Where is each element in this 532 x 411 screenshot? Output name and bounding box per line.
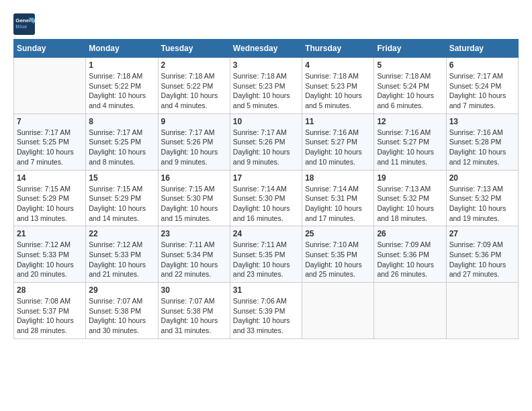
calendar-cell: 3Sunrise: 7:18 AM Sunset: 5:23 PM Daylig… bbox=[230, 58, 302, 114]
calendar-cell: 4Sunrise: 7:18 AM Sunset: 5:23 PM Daylig… bbox=[302, 58, 374, 114]
calendar-cell bbox=[446, 283, 518, 339]
day-info: Sunrise: 7:18 AM Sunset: 5:24 PM Dayligh… bbox=[377, 71, 443, 111]
calendar-cell: 16Sunrise: 7:15 AM Sunset: 5:30 PM Dayli… bbox=[158, 170, 230, 226]
day-number: 30 bbox=[161, 285, 227, 295]
calendar-cell: 13Sunrise: 7:16 AM Sunset: 5:28 PM Dayli… bbox=[446, 113, 518, 170]
calendar-cell: 20Sunrise: 7:13 AM Sunset: 5:32 PM Dayli… bbox=[446, 170, 518, 226]
logo-icon: General Blue bbox=[13, 13, 35, 35]
day-number: 10 bbox=[233, 117, 299, 126]
calendar-cell: 30Sunrise: 7:07 AM Sunset: 5:38 PM Dayli… bbox=[158, 283, 230, 339]
day-info: Sunrise: 7:10 AM Sunset: 5:35 PM Dayligh… bbox=[305, 240, 371, 279]
calendar-week-row: 7Sunrise: 7:17 AM Sunset: 5:25 PM Daylig… bbox=[14, 113, 519, 170]
day-number: 23 bbox=[161, 229, 227, 238]
day-number: 27 bbox=[449, 229, 515, 238]
day-number: 3 bbox=[233, 60, 299, 70]
day-info: Sunrise: 7:09 AM Sunset: 5:36 PM Dayligh… bbox=[449, 240, 515, 279]
day-info: Sunrise: 7:17 AM Sunset: 5:26 PM Dayligh… bbox=[233, 128, 299, 167]
day-info: Sunrise: 7:12 AM Sunset: 5:33 PM Dayligh… bbox=[17, 240, 83, 279]
svg-text:Blue: Blue bbox=[15, 24, 28, 30]
day-number: 20 bbox=[449, 173, 515, 183]
day-number: 1 bbox=[89, 60, 154, 70]
calendar-cell: 11Sunrise: 7:16 AM Sunset: 5:27 PM Dayli… bbox=[302, 113, 374, 170]
column-header-sunday: Sunday bbox=[14, 40, 86, 58]
calendar-cell: 27Sunrise: 7:09 AM Sunset: 5:36 PM Dayli… bbox=[446, 226, 518, 283]
calendar-week-row: 1Sunrise: 7:18 AM Sunset: 5:22 PM Daylig… bbox=[14, 58, 519, 114]
day-info: Sunrise: 7:06 AM Sunset: 5:39 PM Dayligh… bbox=[233, 296, 299, 336]
day-info: Sunrise: 7:08 AM Sunset: 5:37 PM Dayligh… bbox=[17, 296, 83, 336]
calendar-cell: 9Sunrise: 7:17 AM Sunset: 5:26 PM Daylig… bbox=[158, 113, 230, 170]
column-header-saturday: Saturday bbox=[446, 40, 518, 58]
calendar-cell: 23Sunrise: 7:11 AM Sunset: 5:34 PM Dayli… bbox=[158, 226, 230, 283]
column-header-friday: Friday bbox=[374, 40, 446, 58]
calendar-cell: 28Sunrise: 7:08 AM Sunset: 5:37 PM Dayli… bbox=[14, 283, 86, 339]
day-number: 13 bbox=[449, 117, 515, 126]
day-info: Sunrise: 7:16 AM Sunset: 5:28 PM Dayligh… bbox=[449, 128, 515, 167]
calendar-cell: 1Sunrise: 7:18 AM Sunset: 5:22 PM Daylig… bbox=[86, 58, 158, 114]
day-number: 15 bbox=[89, 173, 154, 183]
day-info: Sunrise: 7:14 AM Sunset: 5:31 PM Dayligh… bbox=[305, 184, 371, 224]
calendar-cell: 18Sunrise: 7:14 AM Sunset: 5:31 PM Dayli… bbox=[302, 170, 374, 226]
day-info: Sunrise: 7:16 AM Sunset: 5:27 PM Dayligh… bbox=[305, 128, 371, 167]
day-info: Sunrise: 7:17 AM Sunset: 5:25 PM Dayligh… bbox=[17, 128, 83, 167]
logo: General Blue bbox=[13, 13, 38, 35]
day-info: Sunrise: 7:16 AM Sunset: 5:27 PM Dayligh… bbox=[377, 128, 443, 167]
column-header-wednesday: Wednesday bbox=[230, 40, 302, 58]
day-number: 22 bbox=[89, 229, 154, 238]
calendar-header-row: SundayMondayTuesdayWednesdayThursdayFrid… bbox=[14, 40, 519, 58]
calendar-cell: 25Sunrise: 7:10 AM Sunset: 5:35 PM Dayli… bbox=[302, 226, 374, 283]
day-number: 5 bbox=[377, 60, 443, 70]
calendar-cell: 21Sunrise: 7:12 AM Sunset: 5:33 PM Dayli… bbox=[14, 226, 86, 283]
day-number: 18 bbox=[305, 173, 371, 183]
day-info: Sunrise: 7:15 AM Sunset: 5:29 PM Dayligh… bbox=[89, 184, 154, 224]
calendar-cell: 19Sunrise: 7:13 AM Sunset: 5:32 PM Dayli… bbox=[374, 170, 446, 226]
day-info: Sunrise: 7:18 AM Sunset: 5:22 PM Dayligh… bbox=[89, 71, 154, 111]
calendar-week-row: 14Sunrise: 7:15 AM Sunset: 5:29 PM Dayli… bbox=[14, 170, 519, 226]
day-info: Sunrise: 7:13 AM Sunset: 5:32 PM Dayligh… bbox=[377, 184, 443, 224]
calendar-week-row: 28Sunrise: 7:08 AM Sunset: 5:37 PM Dayli… bbox=[14, 283, 519, 339]
day-number: 29 bbox=[89, 285, 154, 295]
day-info: Sunrise: 7:12 AM Sunset: 5:33 PM Dayligh… bbox=[89, 240, 154, 279]
day-number: 12 bbox=[377, 117, 443, 126]
calendar-cell: 26Sunrise: 7:09 AM Sunset: 5:36 PM Dayli… bbox=[374, 226, 446, 283]
calendar-cell: 29Sunrise: 7:07 AM Sunset: 5:38 PM Dayli… bbox=[86, 283, 158, 339]
day-number: 6 bbox=[449, 60, 515, 70]
day-number: 14 bbox=[17, 173, 83, 183]
day-info: Sunrise: 7:17 AM Sunset: 5:26 PM Dayligh… bbox=[161, 128, 227, 167]
calendar-week-row: 21Sunrise: 7:12 AM Sunset: 5:33 PM Dayli… bbox=[14, 226, 519, 283]
day-info: Sunrise: 7:14 AM Sunset: 5:30 PM Dayligh… bbox=[233, 184, 299, 224]
day-info: Sunrise: 7:18 AM Sunset: 5:23 PM Dayligh… bbox=[233, 71, 299, 111]
day-number: 8 bbox=[89, 117, 154, 126]
day-number: 28 bbox=[17, 285, 83, 295]
day-number: 24 bbox=[233, 229, 299, 238]
calendar-cell: 24Sunrise: 7:11 AM Sunset: 5:35 PM Dayli… bbox=[230, 226, 302, 283]
day-info: Sunrise: 7:13 AM Sunset: 5:32 PM Dayligh… bbox=[449, 184, 515, 224]
day-info: Sunrise: 7:15 AM Sunset: 5:29 PM Dayligh… bbox=[17, 184, 83, 224]
day-number: 9 bbox=[161, 117, 227, 126]
day-number: 4 bbox=[305, 60, 371, 70]
day-info: Sunrise: 7:15 AM Sunset: 5:30 PM Dayligh… bbox=[161, 184, 227, 224]
calendar-cell bbox=[374, 283, 446, 339]
calendar-cell: 10Sunrise: 7:17 AM Sunset: 5:26 PM Dayli… bbox=[230, 113, 302, 170]
calendar-cell: 8Sunrise: 7:17 AM Sunset: 5:25 PM Daylig… bbox=[86, 113, 158, 170]
page-header: General Blue bbox=[13, 13, 519, 35]
day-number: 26 bbox=[377, 229, 443, 238]
day-number: 19 bbox=[377, 173, 443, 183]
day-info: Sunrise: 7:17 AM Sunset: 5:25 PM Dayligh… bbox=[89, 128, 154, 167]
calendar-cell: 5Sunrise: 7:18 AM Sunset: 5:24 PM Daylig… bbox=[374, 58, 446, 114]
day-info: Sunrise: 7:11 AM Sunset: 5:35 PM Dayligh… bbox=[233, 240, 299, 279]
calendar-cell: 14Sunrise: 7:15 AM Sunset: 5:29 PM Dayli… bbox=[14, 170, 86, 226]
calendar-cell bbox=[14, 58, 86, 114]
calendar-cell: 7Sunrise: 7:17 AM Sunset: 5:25 PM Daylig… bbox=[14, 113, 86, 170]
day-info: Sunrise: 7:11 AM Sunset: 5:34 PM Dayligh… bbox=[161, 240, 227, 279]
day-info: Sunrise: 7:18 AM Sunset: 5:22 PM Dayligh… bbox=[161, 71, 227, 111]
day-number: 17 bbox=[233, 173, 299, 183]
day-info: Sunrise: 7:07 AM Sunset: 5:38 PM Dayligh… bbox=[89, 296, 154, 336]
day-info: Sunrise: 7:09 AM Sunset: 5:36 PM Dayligh… bbox=[377, 240, 443, 279]
day-number: 21 bbox=[17, 229, 83, 238]
day-number: 11 bbox=[305, 117, 371, 126]
day-info: Sunrise: 7:07 AM Sunset: 5:38 PM Dayligh… bbox=[161, 296, 227, 336]
calendar-cell: 6Sunrise: 7:17 AM Sunset: 5:24 PM Daylig… bbox=[446, 58, 518, 114]
column-header-tuesday: Tuesday bbox=[158, 40, 230, 58]
calendar-cell: 31Sunrise: 7:06 AM Sunset: 5:39 PM Dayli… bbox=[230, 283, 302, 339]
day-number: 25 bbox=[305, 229, 371, 238]
